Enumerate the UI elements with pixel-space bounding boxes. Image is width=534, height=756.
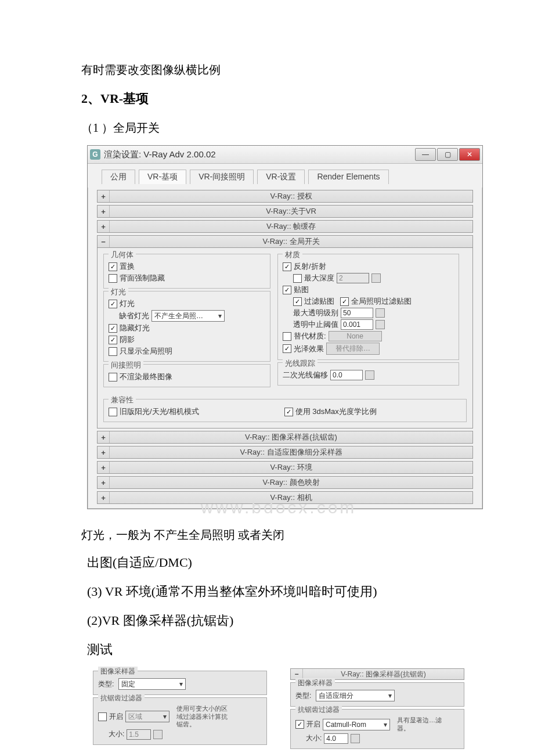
group-image-sampler: 图像采样器 类型: 自适应细分 ▾ bbox=[290, 682, 464, 707]
window-buttons: — ▢ ✕ bbox=[415, 148, 480, 161]
rollout-authorize[interactable]: + V-Ray:: 授权 bbox=[97, 190, 473, 203]
label-type: 类型: bbox=[98, 679, 114, 689]
label-on: 开启 bbox=[306, 719, 320, 729]
expand-icon: + bbox=[98, 492, 110, 503]
dropdown-filter-area[interactable]: 区域 ▾ bbox=[125, 711, 169, 722]
spinner-icon[interactable] bbox=[153, 730, 163, 739]
label-glossy: 光泽效果 bbox=[294, 344, 324, 354]
checkbox-max-depth[interactable] bbox=[293, 274, 302, 283]
checkbox-gi-filter-maps[interactable] bbox=[340, 297, 349, 306]
tab-vr-basic[interactable]: VR-基项 bbox=[139, 170, 186, 184]
checkbox-legacy-mode[interactable] bbox=[109, 408, 117, 416]
rollout-title: V-Ray:: 环境 bbox=[110, 462, 472, 473]
rollout-framebuffer[interactable]: + V-Ray:: 帧缓存 bbox=[97, 220, 473, 233]
checkbox-no-final[interactable] bbox=[109, 373, 117, 381]
input-max-depth[interactable]: 2 bbox=[337, 273, 369, 283]
label-max-depth: 最大深度 bbox=[304, 273, 334, 283]
dropdown-value: 区域 bbox=[128, 712, 142, 722]
group-geometry: 几何体 置换 背面强制隐藏 bbox=[103, 254, 270, 289]
spinner-icon[interactable] bbox=[351, 734, 360, 743]
spinner-icon[interactable] bbox=[371, 273, 381, 283]
filter-note: 具有显著边…滤器。 bbox=[397, 717, 449, 732]
checkbox-show-gi-only[interactable] bbox=[109, 347, 117, 356]
spinner-icon[interactable] bbox=[365, 370, 374, 380]
rollout-title: V-Ray:: 全局开关 bbox=[110, 236, 472, 247]
input-max-transp[interactable]: 50 bbox=[341, 308, 373, 318]
label-size: 大小: bbox=[109, 729, 124, 739]
group-material: 材质 反射/折射 最大深度 2 贴图 过滤贴图 bbox=[277, 254, 459, 360]
expand-icon: + bbox=[98, 206, 110, 217]
rollout-global-switches[interactable]: − V-Ray:: 全局开关 bbox=[97, 235, 473, 248]
input-size[interactable]: 4.0 bbox=[324, 733, 348, 744]
input-secondary-bias[interactable]: 0.0 bbox=[330, 370, 363, 380]
chevron-down-icon: ▾ bbox=[386, 692, 394, 700]
input-size[interactable]: 1.5 bbox=[127, 729, 151, 740]
checkbox-refl-refr[interactable] bbox=[283, 262, 291, 271]
label-type: 类型: bbox=[295, 691, 311, 701]
dropdown-filter-catmull[interactable]: Catmull-Rom ▾ bbox=[323, 719, 390, 730]
doc-block-3: (2)VR 图像采样器(抗锯齿) bbox=[87, 608, 476, 633]
expand-icon: + bbox=[98, 462, 110, 473]
rollout-title: V-Ray:: 图像采样器(抗锯齿) bbox=[110, 432, 472, 442]
label-on: 开启 bbox=[109, 712, 123, 722]
checkbox-maps[interactable] bbox=[283, 286, 291, 294]
group-image-sampler: 图像采样器 类型: 固定 ▾ bbox=[93, 671, 267, 695]
doc-heading-2: 2、VR-基项 bbox=[81, 85, 476, 113]
group-aa-filter: 抗锯齿过滤器 开启 Catmull-Rom ▾ 具有显著边…滤器。 大小: 4.… bbox=[290, 709, 464, 748]
dropdown-value: 不产生全局照… bbox=[154, 311, 203, 321]
label-no-final: 不渲染最终图像 bbox=[120, 372, 172, 382]
vray-render-settings-window: G 渲染设置: V-Ray Adv 2.00.02 — ▢ ✕ 公用 VR-基项… bbox=[87, 145, 483, 509]
tab-vr-settings[interactable]: VR-设置 bbox=[257, 170, 305, 184]
checkbox-hidden-lights[interactable] bbox=[109, 324, 117, 333]
tab-common[interactable]: 公用 bbox=[102, 170, 135, 184]
minimize-button[interactable]: — bbox=[415, 148, 436, 161]
input-transp-cutoff[interactable]: 0.001 bbox=[341, 319, 373, 330]
chevron-down-icon: ▾ bbox=[161, 712, 169, 721]
rollout-about[interactable]: + V-Ray::关于VR bbox=[97, 205, 473, 218]
checkbox-filter-maps[interactable] bbox=[293, 297, 302, 306]
maximize-button[interactable]: ▢ bbox=[437, 148, 458, 161]
rollout-color-mapping[interactable]: + V-Ray:: 颜色映射 bbox=[97, 476, 473, 489]
checkbox-aa-on[interactable] bbox=[98, 712, 107, 721]
rollout-adaptive-subdiv[interactable]: + V-Ray:: 自适应图像细分采样器 bbox=[97, 446, 473, 459]
checkbox-override-mtl[interactable] bbox=[283, 332, 291, 341]
close-button[interactable]: ✕ bbox=[459, 148, 480, 161]
checkbox-lights[interactable] bbox=[109, 300, 117, 308]
group-aa-filter: 抗锯齿过滤器 开启 区域 ▾ 使用可变大小的区域过滤器来计算抗锯齿。 大小: 1… bbox=[93, 697, 267, 745]
checkbox-shadows[interactable] bbox=[109, 336, 117, 344]
spinner-icon[interactable] bbox=[376, 320, 385, 329]
rollout-image-sampler[interactable]: + V-Ray:: 图像采样器(抗锯齿) bbox=[97, 431, 473, 444]
expand-icon: + bbox=[98, 431, 110, 443]
dropdown-default-light[interactable]: 不产生全局照… ▾ bbox=[151, 310, 225, 322]
checkbox-force-hidden[interactable] bbox=[109, 274, 117, 283]
rollout-title: V-Ray::关于VR bbox=[110, 206, 472, 217]
group-title: 材质 bbox=[283, 250, 302, 260]
tab-render-elements[interactable]: Render Elements bbox=[308, 170, 388, 184]
checkbox-aa-on[interactable] bbox=[295, 720, 304, 729]
button-override-mtl-none[interactable]: None bbox=[329, 331, 382, 341]
label-refl-refr: 反射/折射 bbox=[294, 261, 326, 272]
rollout-camera[interactable]: + V-Ray:: 相机 bbox=[97, 491, 473, 504]
checkbox-glossy[interactable] bbox=[283, 344, 291, 353]
checkbox-displacement[interactable] bbox=[109, 262, 117, 271]
chevron-down-icon: ▾ bbox=[216, 312, 224, 320]
group-title: 光线跟踪 bbox=[283, 358, 317, 369]
expand-icon: + bbox=[98, 221, 110, 232]
rollout-environment[interactable]: + V-Ray:: 环境 bbox=[97, 461, 473, 474]
panel-fixed-sampler: 图像采样器 类型: 固定 ▾ 抗锯齿过滤器 开启 区域 ▾ 使用可变大小的区域过… bbox=[93, 668, 267, 751]
dropdown-type-adaptive[interactable]: 自适应细分 ▾ bbox=[316, 690, 395, 701]
dropdown-type-fixed[interactable]: 固定 ▾ bbox=[118, 678, 186, 690]
label-force-hidden: 背面强制隐藏 bbox=[120, 273, 165, 283]
group-title: 兼容性 bbox=[109, 395, 136, 405]
doc-block-1: 出图(自适应/DMC) bbox=[87, 550, 476, 575]
doc-line-1: 有时需要改变图像纵横比例 bbox=[81, 58, 476, 81]
rollout-global-body: 几何体 置换 背面强制隐藏 灯光 灯光 缺省灯光 bbox=[97, 248, 473, 429]
checkbox-use-3dsmax[interactable] bbox=[284, 408, 293, 416]
tab-vr-indirect[interactable]: VR-间接照明 bbox=[190, 170, 254, 184]
button-override-exclude[interactable]: 替代排除… bbox=[326, 343, 380, 355]
filter-note: 使用可变大小的区域过滤器来计算抗锯齿。 bbox=[176, 705, 229, 728]
chevron-down-icon: ▾ bbox=[177, 680, 185, 688]
spinner-icon[interactable] bbox=[376, 308, 385, 318]
right-column: 材质 反射/折射 最大深度 2 贴图 过滤贴图 bbox=[277, 251, 459, 390]
dropdown-value: 固定 bbox=[121, 679, 135, 689]
